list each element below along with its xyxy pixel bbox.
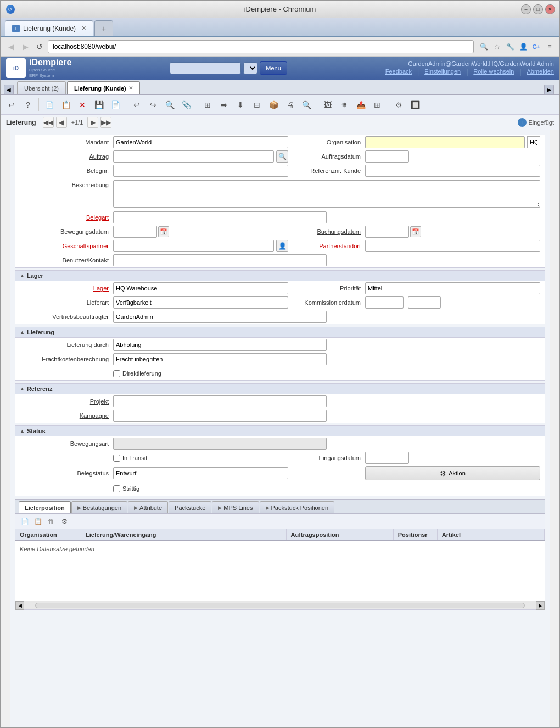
toolbar-translate-btn[interactable]: ⛯ [337, 97, 352, 113]
left-sidebar-toggle[interactable]: ◀ [4, 85, 14, 94]
bottom-tab-attribute[interactable]: ▶ Attribute [128, 501, 168, 513]
address-bar[interactable] [48, 40, 474, 53]
browser-tab-new[interactable]: + [94, 20, 113, 36]
menu-icon[interactable]: ≡ [544, 41, 555, 52]
bottom-tb-settings[interactable]: ⚙ [58, 516, 70, 528]
lieferart-select[interactable]: Verfügbarkeit [113, 296, 288, 309]
toolbar-grid-btn[interactable]: ⊞ [200, 97, 215, 113]
bottom-tb-delete[interactable]: 🗑 [45, 516, 57, 528]
right-sidebar-toggle[interactable]: ▶ [544, 85, 554, 94]
prioritaet-select[interactable]: Mittel [365, 282, 540, 294]
toolbar-find-btn[interactable]: 🔍 [162, 97, 177, 113]
einstellungen-link[interactable]: Einstellungen [424, 68, 461, 76]
buchungsdatum-input[interactable]: 21.06.2013 [365, 226, 409, 238]
scrollbar-left-btn[interactable]: ◀ [15, 601, 24, 610]
browser-tab-idempiere[interactable]: i Lieferung (Kunde) ✕ [5, 20, 93, 36]
geschaeftspartner-search-btn[interactable]: 👤 [276, 240, 288, 252]
belegart-select[interactable] [113, 211, 327, 223]
extension-icon[interactable]: 🔧 [505, 41, 516, 52]
organisation-select[interactable]: HQ [527, 136, 540, 148]
buchungsdatum-calendar-btn[interactable]: 📅 [410, 226, 421, 237]
menu-search-input[interactable] [170, 62, 241, 74]
toolbar-help-btn[interactable]: ? [20, 97, 36, 113]
user-icon[interactable]: 👤 [518, 41, 529, 52]
projekt-select[interactable] [113, 395, 327, 407]
bewegungsdatum-calendar-btn[interactable]: 📅 [158, 226, 169, 237]
bottom-tb-new[interactable]: 📄 [19, 516, 31, 528]
bottom-tb-copy[interactable]: 📋 [32, 516, 44, 528]
lieferung-durch-select[interactable]: Abholung [113, 339, 327, 351]
menu-search-select[interactable] [243, 62, 257, 74]
bottom-tab-mps[interactable]: ▶ MPS Lines [212, 501, 259, 513]
bookmark-icon[interactable]: ☆ [491, 41, 502, 52]
toolbar-export-btn[interactable]: 📤 [353, 97, 368, 113]
lager-section-header[interactable]: ▲ Lager [15, 271, 545, 281]
tab-uebersicht[interactable]: Übersicht (2) [17, 81, 66, 94]
toolbar-list-btn[interactable]: ⊟ [249, 97, 265, 113]
direktlieferung-checkbox[interactable] [113, 370, 120, 377]
minimize-btn[interactable]: – [521, 4, 531, 14]
window-controls[interactable]: – □ ✕ [521, 4, 555, 14]
browser-tab-close[interactable]: ✕ [81, 25, 86, 32]
rolle-link[interactable]: Rolle wechseln [473, 68, 514, 76]
nav-first-btn[interactable]: ◀◀ [43, 117, 54, 128]
forward-btn[interactable]: ▶ [19, 41, 31, 53]
strittig-checkbox[interactable] [113, 485, 120, 492]
nav-next-btn[interactable]: ▶ [87, 117, 98, 128]
aktion-button[interactable]: ⚙ Aktion [365, 466, 540, 480]
maximize-btn[interactable]: □ [533, 4, 543, 14]
toolbar-print-btn[interactable]: 🖨 [282, 97, 298, 113]
toolbar-save-btn[interactable]: 💾 [91, 97, 107, 113]
scrollbar-track[interactable] [35, 603, 525, 608]
menu-button[interactable]: Menü [260, 61, 287, 75]
close-btn[interactable]: ✕ [545, 4, 555, 14]
bewegungsart-select[interactable] [113, 438, 327, 450]
bottom-tab-packstueck-pos[interactable]: ▶ Packstück Positionen [260, 501, 335, 513]
feedback-link[interactable]: Feedback [385, 68, 412, 76]
status-section-header[interactable]: ▲ Status [15, 426, 545, 436]
toolbar-down-btn[interactable]: ⬇ [233, 97, 248, 113]
toolbar-back-btn[interactable]: ↩ [4, 97, 19, 113]
referenz-section-header[interactable]: ▲ Referenz [15, 384, 545, 394]
toolbar-window-btn[interactable]: 🔲 [407, 97, 423, 113]
auftrag-search-btn[interactable]: 🔍 [276, 150, 288, 163]
toolbar-refresh-btn[interactable]: 📄 [108, 97, 123, 113]
toolbar-search2-btn[interactable]: 🔍 [299, 97, 314, 113]
bewegungsdatum-input[interactable]: 21.06.2013 [113, 226, 157, 238]
toolbar-copy-btn[interactable]: 📋 [58, 97, 74, 113]
bottom-tab-lieferposition[interactable]: Lieferposition [19, 501, 71, 513]
toolbar-right-btn[interactable]: ➡ [216, 97, 232, 113]
vertrieb-select[interactable]: GardenAdmin [113, 311, 327, 323]
toolbar-undo-btn[interactable]: ↩ [129, 97, 144, 113]
tab-lieferung[interactable]: Lieferung (Kunde) ✕ [67, 81, 140, 94]
bottom-tab-bestaetigungen[interactable]: ▶ Bestätigungen [71, 501, 127, 513]
nav-prev-btn[interactable]: ◀ [56, 117, 67, 128]
toolbar-new-btn[interactable]: 📄 [42, 97, 57, 113]
toolbar-redo-btn[interactable]: ↪ [145, 97, 161, 113]
belegnr-input[interactable] [113, 165, 288, 177]
kommissionierdatum-time[interactable] [408, 296, 441, 309]
back-btn[interactable]: ◀ [5, 41, 17, 53]
reload-btn[interactable]: ↺ [33, 41, 46, 53]
search-icon[interactable]: 🔍 [478, 41, 489, 52]
kommissionierdatum-input[interactable] [365, 296, 404, 309]
eingangsdatum-input[interactable] [365, 452, 409, 464]
in-transit-checkbox[interactable] [113, 455, 120, 462]
frachtkosten-select[interactable]: Fracht inbegriffen [113, 353, 327, 365]
benutzer-select[interactable] [113, 254, 327, 266]
bottom-tab-packstuecke[interactable]: Packstücke [169, 501, 211, 513]
toolbar-delete-btn[interactable]: ✕ [75, 97, 90, 113]
geschaeftspartner-input[interactable] [113, 240, 274, 252]
toolbar-attach-btn[interactable]: 📎 [178, 97, 194, 113]
partnerstandort-select[interactable] [365, 240, 540, 252]
google-icon[interactable]: G+ [531, 41, 542, 52]
belegstatus-select[interactable]: Entwurf [113, 467, 288, 479]
organisation-input[interactable]: HQ [365, 136, 525, 148]
referenznr-input[interactable] [365, 165, 540, 177]
toolbar-grid2-btn[interactable]: ⊞ [369, 97, 385, 113]
nav-last-btn[interactable]: ▶▶ [100, 117, 111, 128]
mandant-select[interactable]: GardenWorld [113, 136, 288, 148]
kampagne-select[interactable] [113, 410, 327, 422]
toolbar-image-btn[interactable]: 🖼 [320, 97, 335, 113]
auftrag-input[interactable] [113, 150, 274, 163]
